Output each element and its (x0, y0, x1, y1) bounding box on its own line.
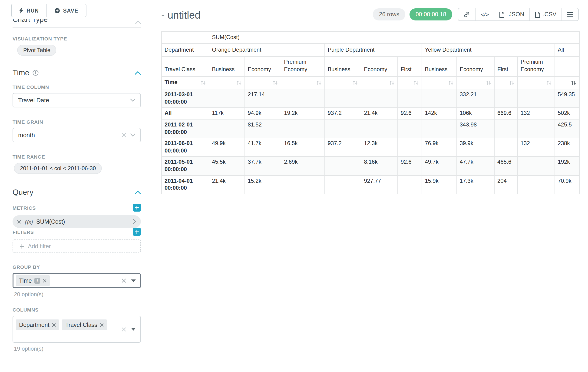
pill-label: Travel Class (65, 321, 97, 328)
pivot-cell (422, 89, 457, 108)
column-sort-cell[interactable] (555, 76, 579, 89)
copy-link-button[interactable] (458, 8, 475, 21)
sort-icon[interactable] (486, 80, 491, 85)
remove-icon[interactable] (100, 323, 104, 327)
function-icon: ƒ(x) (24, 219, 33, 224)
pivot-group-row: DepartmentOrange DepartmentPurple Depart… (161, 43, 579, 56)
sort-icon[interactable] (413, 80, 419, 85)
column-sort-cell[interactable] (361, 76, 398, 89)
sort-icon[interactable] (389, 80, 395, 85)
pivot-cell: 217.14 (245, 89, 281, 108)
column-sort-cell[interactable] (245, 76, 281, 89)
group-by-select[interactable]: Timei (12, 273, 141, 288)
column-dimension-label: Department (161, 43, 209, 56)
sort-icon[interactable] (352, 80, 358, 85)
column-value-pill[interactable]: Travel Class (62, 319, 107, 330)
export-json-label: .JSON (507, 11, 524, 18)
clear-icon[interactable] (122, 278, 126, 283)
pivot-cell: 132 (518, 138, 555, 157)
row-header: 2011-05-01 00:00:00 (161, 157, 209, 175)
export-csv-button[interactable]: .CSV (529, 8, 562, 21)
pivot-row: 2011-05-01 00:00:0045.5k37.7k2.69k8.16k9… (161, 157, 579, 175)
pivot-cell (209, 119, 245, 138)
save-button[interactable]: SAVE (46, 4, 86, 17)
pivot-cell: 21.4k (361, 108, 398, 119)
column-subheader: First (494, 56, 518, 76)
column-sort-cell[interactable] (422, 76, 457, 89)
pivot-cell (361, 119, 398, 138)
caret-down-icon[interactable] (131, 279, 136, 282)
sort-icon[interactable] (546, 80, 552, 85)
metric-pill[interactable]: ƒ(x)SUM(Cost) (12, 215, 141, 228)
time-range-label: TIME RANGE (12, 154, 141, 159)
pivot-cell: 549.35 (555, 89, 579, 108)
pivot-cell (398, 138, 422, 157)
time-grain-select[interactable]: month (12, 128, 141, 142)
pivot-cell: 37.7k (245, 157, 281, 175)
column-sort-cell[interactable] (457, 76, 494, 89)
sort-icon[interactable] (272, 80, 278, 85)
chart-type-section-heading: Chart Type (12, 19, 141, 24)
chevron-right-icon (133, 219, 136, 224)
column-group-header: Yellow Department (422, 43, 555, 56)
sort-icon[interactable] (571, 80, 576, 85)
column-sort-cell[interactable] (325, 76, 361, 89)
metrics-list: ƒ(x)SUM(Cost) (0, 215, 149, 228)
collapse-section-chevron-icon[interactable] (135, 71, 141, 75)
clear-icon[interactable] (122, 133, 126, 137)
more-options-button[interactable] (561, 8, 579, 21)
row-dimension-label[interactable]: Time (161, 76, 209, 89)
pivot-cell (209, 89, 245, 108)
sort-icon[interactable] (448, 80, 454, 85)
metrics-label: METRICS (12, 205, 36, 210)
sort-icon[interactable] (316, 80, 322, 85)
column-value-pill[interactable]: Department (16, 319, 59, 330)
query-timer-badge: 00:00:00.18 (410, 8, 452, 21)
sort-icon[interactable] (509, 80, 514, 85)
chevron-down-icon[interactable] (130, 133, 135, 137)
remove-icon[interactable] (17, 220, 21, 223)
time-range-value[interactable]: 2011-01-01 ≤ col < 2011-06-30 (14, 163, 102, 174)
view-query-button[interactable]: </> (475, 8, 494, 21)
pivot-cell (281, 119, 325, 138)
pivot-cell (325, 175, 361, 194)
run-button[interactable]: RUN (12, 4, 46, 17)
columns-select[interactable]: DepartmentTravel Class (12, 316, 141, 343)
column-sort-cell[interactable] (518, 76, 555, 89)
column-sort-cell[interactable] (398, 76, 422, 89)
metric-name: SUM(Cost) (36, 218, 65, 225)
results-area: - untitled 26 rows 00:00:00.18 </> (149, 0, 588, 372)
pivot-cell: 502k (555, 108, 579, 119)
time-section-header: Time (12, 68, 141, 77)
time-column-select[interactable]: Travel Date (12, 93, 141, 107)
add-filter-plus-button[interactable] (133, 228, 141, 236)
export-json-button[interactable]: .JSON (494, 8, 530, 21)
add-metric-button[interactable] (133, 204, 141, 212)
filters-field-header: FILTERS (12, 228, 141, 236)
sort-icon[interactable] (236, 80, 242, 85)
column-sort-cell[interactable] (209, 76, 245, 89)
remove-icon[interactable] (52, 323, 56, 327)
chart-title: - untitled (161, 9, 200, 21)
chevron-down-icon[interactable] (130, 99, 135, 102)
columns-options-hint: 19 option(s) (14, 345, 141, 352)
pivot-row: 2011-02-01 00:00:0081.52343.98425.5 (161, 119, 579, 138)
pivot-cell: 39.9k (457, 138, 494, 157)
column-subheader: Economy (361, 56, 398, 76)
add-filter-button[interactable]: Add filter (12, 239, 141, 253)
clear-icon[interactable] (122, 327, 126, 331)
query-section-header: Query (12, 188, 141, 197)
remove-icon[interactable] (43, 279, 47, 283)
group-by-value-pill[interactable]: Timei (16, 275, 50, 286)
visualization-type-label: VISUALIZATION TYPE (12, 36, 141, 41)
caret-down-icon[interactable] (131, 328, 136, 331)
column-sort-cell[interactable] (494, 76, 518, 89)
save-label: SAVE (63, 8, 78, 13)
sort-icon[interactable] (200, 80, 206, 85)
column-sort-cell[interactable] (281, 76, 325, 89)
row-header: 2011-03-01 00:00:00 (161, 89, 209, 108)
pivot-cell: 332.21 (457, 89, 494, 108)
collapse-section-chevron-icon[interactable] (135, 191, 141, 194)
divider (12, 27, 141, 28)
visualization-type-value[interactable]: Pivot Table (17, 45, 56, 56)
